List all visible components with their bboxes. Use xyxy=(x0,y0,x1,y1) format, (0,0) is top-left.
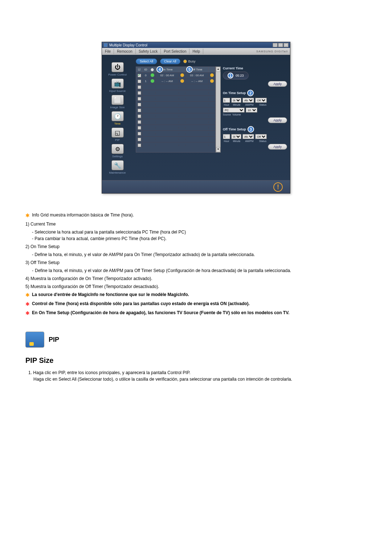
doc-item-1b: - Para cambiar la hora actual, cambie pr… xyxy=(32,235,367,242)
grid-header: ☑ ID ⬤ 4 On Time 5 Off Time xyxy=(136,67,215,72)
input-source-icon: 📺 xyxy=(111,78,124,89)
doc-item-5: 5) Muestra la configuración de Off Timer… xyxy=(25,283,367,290)
row-checkbox[interactable] xyxy=(138,103,141,106)
row-off-time xyxy=(185,104,209,105)
row-off-time xyxy=(185,127,209,129)
off-time-hour-input[interactable] xyxy=(223,134,230,139)
table-row[interactable]: 1-- : -- AM-- : -- AM xyxy=(136,78,215,84)
row-on-dot xyxy=(179,127,185,129)
menu-remocon[interactable]: Remocon xyxy=(114,49,136,54)
row-on-time xyxy=(156,121,179,123)
row-status xyxy=(149,78,156,84)
sidebar-power-control[interactable]: ⏻ Power Control xyxy=(108,62,127,76)
row-checkbox[interactable] xyxy=(138,138,141,141)
doc-item-2a: - Define la hora, el minuto, y el valor … xyxy=(32,251,367,258)
star-icon: ✱ xyxy=(25,309,30,317)
sidebar-maintenance[interactable]: 🔧 Maintenance xyxy=(109,160,126,174)
row-on-dot xyxy=(179,145,185,146)
row-off-dot xyxy=(209,121,215,123)
sidebar-time[interactable]: 🕐 Time xyxy=(111,111,124,125)
on-time-ampm-select[interactable]: AM xyxy=(242,98,254,103)
off-time-minute-select[interactable]: 00 xyxy=(231,134,241,139)
table-row[interactable] xyxy=(136,130,215,136)
row-id xyxy=(143,139,149,140)
scroll-up-icon[interactable]: ▴ xyxy=(216,67,220,72)
row-checkbox[interactable] xyxy=(138,97,141,101)
off-time-apply-button[interactable]: Apply xyxy=(268,144,287,150)
row-off-time xyxy=(185,92,209,94)
table-row[interactable] xyxy=(136,136,215,142)
star-icon: ✱ xyxy=(25,212,30,219)
minimize-button[interactable]: _ xyxy=(273,43,278,47)
brand-label: SAMSUNG DIGITall xyxy=(256,50,290,53)
col-off-status xyxy=(209,67,215,72)
row-checkbox[interactable] xyxy=(138,85,141,89)
row-status xyxy=(149,73,156,78)
scroll-down-icon[interactable]: ▾ xyxy=(216,147,220,152)
current-time-apply-button[interactable]: Apply xyxy=(268,81,287,87)
table-row[interactable] xyxy=(136,142,215,148)
info-grid: ☑ ID ⬤ 4 On Time 5 Off Time xyxy=(136,66,216,153)
select-all-button[interactable]: Select All xyxy=(136,58,157,64)
row-status xyxy=(149,86,156,88)
grid-scrollbar[interactable]: ▴ ▾ xyxy=(216,66,221,153)
image-size-icon: ⬜ xyxy=(111,95,124,105)
table-row[interactable] xyxy=(136,113,215,119)
row-off-dot xyxy=(209,98,215,100)
table-row[interactable] xyxy=(136,107,215,113)
off-time-status-select[interactable]: Off xyxy=(255,134,267,139)
row-off-dot xyxy=(209,139,215,140)
table-row[interactable] xyxy=(136,90,215,96)
table-row[interactable] xyxy=(136,84,215,90)
table-row[interactable]: 002 : 00 AM03 : 00 AM xyxy=(136,72,215,78)
table-row[interactable] xyxy=(136,96,215,101)
table-row[interactable] xyxy=(136,101,215,107)
row-off-time: -- : -- AM xyxy=(185,79,209,84)
row-checkbox[interactable] xyxy=(138,132,141,135)
row-checkbox[interactable] xyxy=(138,80,141,83)
sidebar-settings[interactable]: ⚙ Settings xyxy=(111,144,124,158)
menu-safety-lock[interactable]: Safety Lock xyxy=(136,49,161,54)
status-bar: ! xyxy=(102,180,290,193)
on-time-minute-select[interactable]: 00 xyxy=(231,98,241,103)
off-time-ampm-select[interactable]: AM xyxy=(242,134,254,139)
off-time-field-labels: Hour Minute AM/PM Status xyxy=(223,140,287,142)
row-status xyxy=(149,133,156,134)
row-checkbox[interactable] xyxy=(138,143,141,147)
on-time-status-select[interactable]: Off xyxy=(255,98,267,103)
table-row[interactable] xyxy=(136,119,215,125)
on-time-apply-button[interactable]: Apply xyxy=(268,117,287,123)
row-checkbox[interactable] xyxy=(138,109,141,112)
col-checkbox[interactable]: ☑ xyxy=(136,67,143,72)
row-checkbox[interactable] xyxy=(138,74,141,77)
row-id xyxy=(143,86,149,88)
badge-1: 1 xyxy=(228,73,233,78)
sidebar-input-source[interactable]: 📺 Input Source xyxy=(109,78,126,93)
sidebar-image-size[interactable]: ⬜ Image Size xyxy=(110,95,124,109)
sidebar-pip[interactable]: ◱ PIP xyxy=(111,127,124,142)
row-id: 0 xyxy=(143,73,149,78)
menu-help[interactable]: Help xyxy=(189,49,203,54)
row-id xyxy=(143,127,149,129)
row-checkbox[interactable] xyxy=(138,126,141,130)
row-off-dot xyxy=(209,110,215,111)
clear-all-button[interactable]: Clear All xyxy=(160,58,180,64)
on-time-hour-input[interactable] xyxy=(223,98,230,103)
on-time-source-select[interactable]: PC xyxy=(223,108,245,113)
menu-file[interactable]: File xyxy=(102,49,114,54)
doc-item-3a: Define la hora, el minuto, y el valor de… xyxy=(35,268,291,273)
row-checkbox[interactable] xyxy=(138,114,141,118)
row-on-dot xyxy=(179,92,185,94)
row-status xyxy=(149,139,156,140)
close-button[interactable]: × xyxy=(283,43,289,47)
maximize-button[interactable]: □ xyxy=(278,43,283,47)
row-on-dot xyxy=(179,104,185,105)
row-checkbox[interactable] xyxy=(138,91,141,95)
on-time-volume-select[interactable]: 10 xyxy=(246,108,257,113)
table-row[interactable] xyxy=(136,125,215,130)
pip-icon: ◱ xyxy=(111,127,124,138)
menu-port-selection[interactable]: Port Selection xyxy=(161,49,189,54)
title-bar: Multiple Display Control _ □ × xyxy=(102,42,290,48)
row-checkbox[interactable] xyxy=(138,120,141,124)
pip-header: PIP xyxy=(25,332,367,348)
